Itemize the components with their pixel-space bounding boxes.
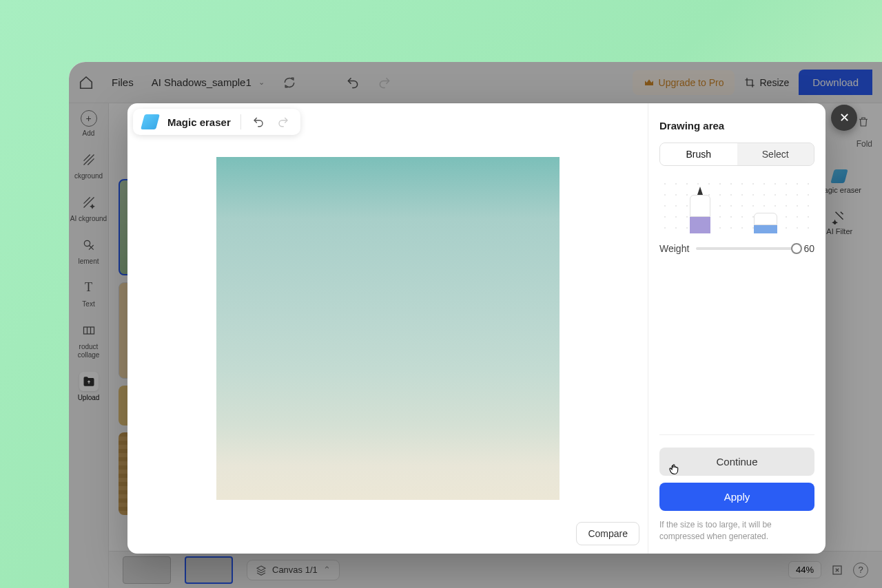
divider [240, 114, 241, 129]
magic-eraser-modal: Magic eraser Compare Drawing area Brush … [127, 103, 825, 554]
close-button[interactable]: ✕ [831, 105, 857, 131]
weight-value: 60 [803, 243, 814, 254]
apply-button[interactable]: Apply [659, 483, 814, 511]
size-hint: If the size is too large, it will be com… [659, 519, 814, 543]
mode-segment: Brush Select [659, 143, 814, 166]
weight-label: Weight [659, 243, 689, 254]
compare-button[interactable]: Compare [576, 522, 639, 545]
drawing-area-title: Drawing area [659, 120, 814, 132]
modal-sidebar: Drawing area Brush Select Weight [648, 103, 825, 554]
modal-toolbar: Magic eraser [133, 109, 300, 135]
brush-preview [659, 178, 814, 233]
eraser-tool-icon[interactable] [754, 213, 777, 233]
weight-slider[interactable] [696, 247, 797, 250]
redo-icon [276, 114, 291, 129]
cursor-hand-icon [668, 463, 681, 478]
modal-canvas-area: Magic eraser Compare [127, 103, 648, 554]
modal-tool-title: Magic eraser [167, 116, 231, 128]
tab-brush[interactable]: Brush [660, 143, 737, 165]
pencil-icon[interactable] [690, 185, 710, 233]
tab-select[interactable]: Select [737, 143, 814, 165]
undo-icon[interactable] [251, 114, 266, 129]
eraser-icon [141, 114, 160, 129]
editing-canvas[interactable] [216, 157, 560, 500]
continue-button[interactable]: Continue [659, 448, 814, 476]
weight-control: Weight 60 [659, 243, 814, 254]
slider-thumb[interactable] [791, 243, 802, 254]
close-icon: ✕ [839, 110, 850, 125]
